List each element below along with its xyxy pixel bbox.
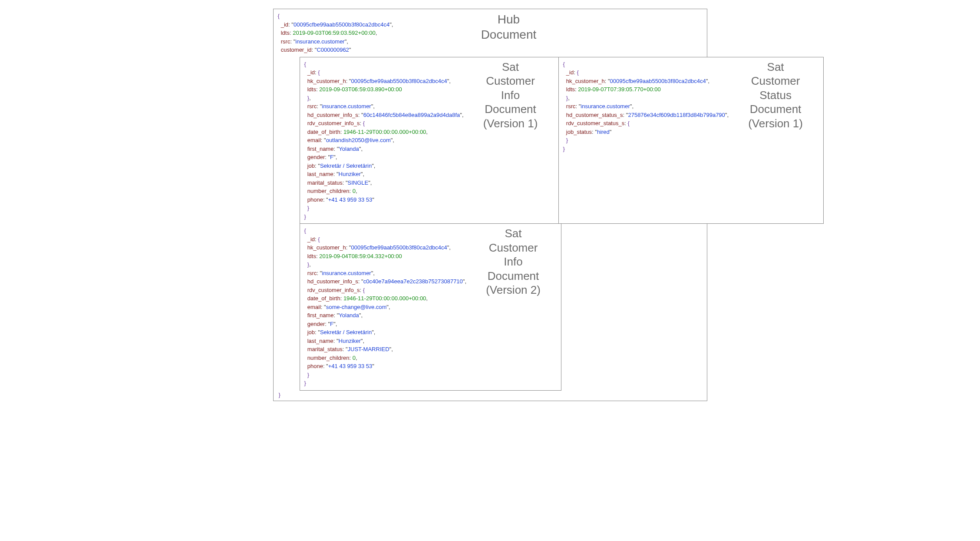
sat-customer-info-v2-box: { _id: { hk_customer_h: "00095cfbe99aab5… xyxy=(300,223,562,391)
hub-closing-brace: } xyxy=(279,392,703,398)
blank-placeholder xyxy=(561,223,702,391)
sat-customer-info-v1-box: { _id: { hk_customer_h: "00095cfbe99aab5… xyxy=(300,57,559,224)
diagram-canvas: { _id: "00095cfbe99aab5500b3f80ca2dbc4c4… xyxy=(273,9,707,401)
sat-status-v1-json: { _id: { hk_customer_h: "00095cfbe99aab5… xyxy=(563,60,729,153)
sat-info-v2-title: Sat Customer Info Document (Version 2) xyxy=(486,226,541,297)
hub-document-box: { _id: "00095cfbe99aab5500b3f80ca2dbc4c4… xyxy=(273,9,707,401)
sat-info-v1-json: { _id: { hk_customer_h: "00095cfbe99aab5… xyxy=(304,60,464,221)
sat-customer-status-v1-box: { _id: { hk_customer_h: "00095cfbe99aab5… xyxy=(558,57,824,224)
hub-json: { _id: "00095cfbe99aab5500b3f80ca2dbc4c4… xyxy=(278,12,393,54)
sat-status-v1-title: Sat Customer Status Document (Version 1) xyxy=(748,60,803,131)
sat-info-v1-title: Sat Customer Info Document (Version 1) xyxy=(483,60,538,131)
hub-title: Hub Document xyxy=(393,12,624,42)
sat-info-v2-json: { _id: { hk_customer_h: "00095cfbe99aab5… xyxy=(304,226,467,388)
